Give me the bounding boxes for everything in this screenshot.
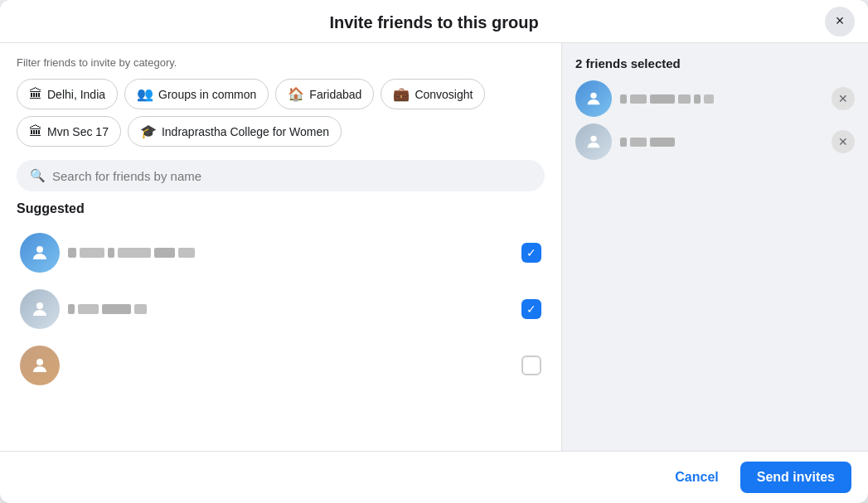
modal-body: Filter friends to invite by category. 🏛 … — [0, 43, 868, 451]
chip-groups[interactable]: 👥 Groups in common — [124, 79, 269, 109]
remove-selected-2[interactable]: ✕ — [832, 130, 855, 153]
selected-person-icon-1 — [584, 89, 603, 108]
chip-convosight-label: Convosight — [415, 88, 473, 101]
selected-list: ✕ ✕ — [575, 80, 855, 160]
modal-footer: Cancel Send invites — [0, 451, 868, 503]
cancel-button[interactable]: Cancel — [662, 462, 731, 493]
avatar-friend-2 — [20, 289, 60, 329]
close-icon: × — [836, 12, 845, 30]
remove-selected-1[interactable]: ✕ — [832, 87, 855, 110]
modal-title: Invite friends to this group — [329, 13, 538, 31]
modal-header: Invite friends to this group × — [0, 0, 868, 43]
modal: Invite friends to this group × Filter fr… — [0, 0, 868, 503]
svg-point-0 — [36, 246, 43, 253]
selected-avatar-1 — [575, 80, 612, 117]
building2-icon: 🏛 — [29, 124, 42, 139]
chip-delhi-label: Delhi, India — [47, 88, 105, 101]
friend-name-area-1 — [68, 248, 513, 258]
chip-faridabad-label: Faridabad — [309, 88, 361, 101]
avatar-friend-1 — [20, 233, 60, 273]
chip-delhi[interactable]: 🏛 Delhi, India — [17, 79, 118, 109]
chip-college[interactable]: 🎓 Indraprastha College for Women — [128, 116, 342, 147]
filter-label: Filter friends to invite by category. — [17, 56, 545, 69]
person-icon-2 — [30, 299, 50, 319]
briefcase-icon: 💼 — [393, 86, 410, 102]
chip-mvn-label: Mvn Sec 17 — [47, 125, 109, 138]
svg-point-1 — [36, 302, 43, 309]
close-button[interactable]: × — [825, 7, 855, 36]
friend-list: ✓ — [17, 226, 545, 392]
friend-item-2[interactable]: ✓ — [17, 283, 545, 336]
selected-avatar-2 — [575, 123, 612, 160]
checkbox-friend-1[interactable]: ✓ — [521, 243, 541, 263]
home-icon: 🏠 — [288, 86, 304, 102]
selected-item-2: ✕ — [575, 123, 855, 160]
right-panel: 2 friends selected — [561, 43, 868, 451]
send-invites-button[interactable]: Send invites — [740, 462, 851, 493]
chip-groups-label: Groups in common — [158, 88, 256, 101]
name-bars-2 — [68, 304, 513, 314]
selected-name-2 — [620, 138, 823, 147]
building-icon: 🏛 — [29, 87, 42, 102]
svg-point-4 — [590, 136, 596, 142]
friend-name-area-2 — [68, 304, 513, 314]
checkbox-friend-3[interactable] — [521, 355, 541, 375]
chip-faridabad[interactable]: 🏠 Faridabad — [275, 79, 374, 109]
svg-point-3 — [590, 93, 596, 99]
person-icon-3 — [30, 355, 50, 375]
chip-college-label: Indraprastha College for Women — [162, 125, 329, 138]
avatar-friend-3 — [20, 346, 60, 385]
groups-icon: 👥 — [137, 86, 153, 102]
checkbox-friend-2[interactable]: ✓ — [521, 299, 541, 319]
chip-mvn[interactable]: 🏛 Mvn Sec 17 — [17, 116, 121, 147]
left-panel: Filter friends to invite by category. 🏛 … — [0, 43, 561, 451]
friend-item-1[interactable]: ✓ — [17, 226, 545, 279]
search-box: 🔍 — [17, 160, 545, 191]
selected-person-icon-2 — [584, 133, 603, 151]
selected-name-1 — [620, 94, 823, 104]
chip-convosight[interactable]: 💼 Convosight — [381, 79, 485, 109]
name-bars-1 — [68, 248, 513, 258]
person-icon — [30, 243, 50, 263]
filter-chips: 🏛 Delhi, India 👥 Groups in common 🏠 Fari… — [17, 79, 545, 147]
svg-point-2 — [36, 359, 43, 365]
selected-item-1: ✕ — [575, 80, 855, 117]
suggested-title: Suggested — [17, 201, 545, 216]
search-icon: 🔍 — [30, 168, 46, 183]
friend-item-3[interactable] — [17, 339, 545, 392]
search-input[interactable] — [52, 169, 531, 183]
graduation-icon: 🎓 — [140, 123, 157, 139]
selected-count: 2 friends selected — [575, 56, 855, 70]
